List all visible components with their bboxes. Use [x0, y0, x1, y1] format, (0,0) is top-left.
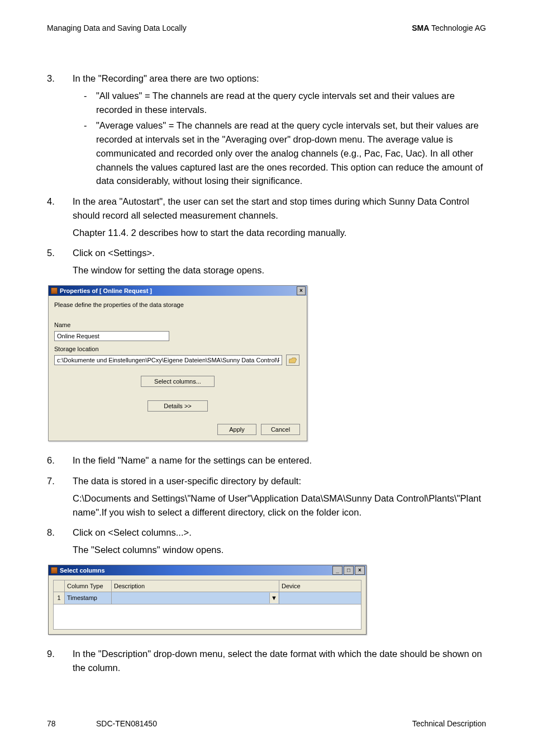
row-index: 1	[54, 592, 65, 604]
name-label: Name	[54, 320, 301, 330]
details-button[interactable]: Details >>	[147, 400, 208, 412]
step-6-p1: In the field "Name" a name for the setti…	[73, 453, 486, 467]
header-left: Managing Data and Saving Data Locally	[47, 23, 187, 32]
apply-button[interactable]: Apply	[217, 424, 256, 435]
col-header-description[interactable]: Description	[112, 580, 279, 593]
header-right-bold: SMA	[412, 23, 429, 32]
cell-device[interactable]	[279, 592, 361, 604]
step-8-p2: The "Select columns" window opens.	[73, 543, 486, 557]
select-columns-button[interactable]: Select columns...	[141, 376, 215, 387]
step-7-number: 7.	[47, 474, 73, 522]
cancel-button[interactable]: Cancel	[261, 424, 300, 435]
close-icon[interactable]: ×	[355, 566, 365, 575]
dialog2-title: Select columns	[60, 566, 105, 575]
grid-blank	[54, 604, 361, 629]
storage-location-input[interactable]	[54, 355, 282, 365]
grid-corner	[54, 580, 65, 593]
step-5-p2: The window for setting the data storage …	[73, 263, 486, 277]
step-4-p2: Chapter 11.4. 2 describes how to start t…	[73, 226, 486, 240]
chevron-down-icon[interactable]: ▼	[269, 593, 278, 603]
name-input[interactable]	[54, 331, 169, 341]
step-8-number: 8.	[47, 526, 73, 560]
step-8-p1: Click on <Select columns...>.	[73, 526, 486, 540]
browse-folder-button[interactable]	[286, 355, 299, 366]
close-icon[interactable]: ×	[297, 286, 306, 295]
select-columns-dialog: Select columns _ □ × Column Type Descrip…	[48, 565, 367, 635]
dash: -	[84, 119, 96, 188]
minimize-icon[interactable]: _	[332, 566, 342, 575]
dialog-titlebar[interactable]: Properties of [ Online Request ] ×	[49, 286, 307, 296]
columns-grid: Column Type Description Device 1 Timesta…	[53, 580, 361, 630]
table-row[interactable]: 1 Timestamp ▼	[54, 592, 361, 604]
properties-dialog: Properties of [ Online Request ] × Pleas…	[48, 285, 307, 442]
step-6-number: 6.	[47, 453, 73, 471]
dash: -	[84, 89, 96, 117]
dialog-title: Properties of [ Online Request ]	[60, 286, 152, 296]
header-right: SMA Technologie AG	[412, 23, 486, 32]
step-4-number: 4.	[47, 195, 73, 243]
step-9-p1: In the "Description" drop-down menu, sel…	[73, 647, 486, 675]
dialog2-titlebar[interactable]: Select columns _ □ ×	[49, 565, 366, 575]
content: 3. In the "Recording" area there are two…	[47, 72, 486, 678]
header-right-rest: Technologie AG	[429, 23, 486, 32]
storage-label: Storage location	[54, 344, 301, 354]
footer-doc: SDC-TEN081450	[96, 719, 157, 728]
step-5-p1: Click on <Settings>.	[73, 246, 486, 260]
step-5-number: 5.	[47, 246, 73, 281]
step-9-number: 9.	[47, 647, 73, 678]
step-3-bullet-1: "All values" = The channels are read at …	[96, 89, 486, 117]
footer-page: 78	[47, 719, 56, 728]
dialog-instruction: Please define the properties of the data…	[54, 300, 301, 310]
maximize-icon[interactable]: □	[344, 566, 354, 575]
step-3-intro: In the "Recording" area there are two op…	[73, 72, 486, 86]
col-header-column-type[interactable]: Column Type	[65, 580, 112, 593]
folder-open-icon	[289, 357, 297, 363]
step-4-p1: In the area "Autostart", the user can se…	[73, 195, 486, 223]
step-3-bullet-2: "Average values" = The channels are read…	[96, 119, 486, 188]
cell-description-dropdown[interactable]: ▼	[112, 592, 279, 604]
step-3-number: 3.	[47, 72, 73, 191]
col-header-device[interactable]: Device	[279, 580, 361, 593]
app-icon	[51, 567, 58, 574]
footer-right: Technical Description	[412, 719, 486, 728]
step-7-p1: The data is stored in a user-specific di…	[73, 474, 486, 488]
step-7-p2: C:\Documents and Settings\"Name of User"…	[73, 492, 486, 519]
app-icon	[51, 287, 58, 294]
cell-column-type[interactable]: Timestamp	[65, 592, 112, 604]
